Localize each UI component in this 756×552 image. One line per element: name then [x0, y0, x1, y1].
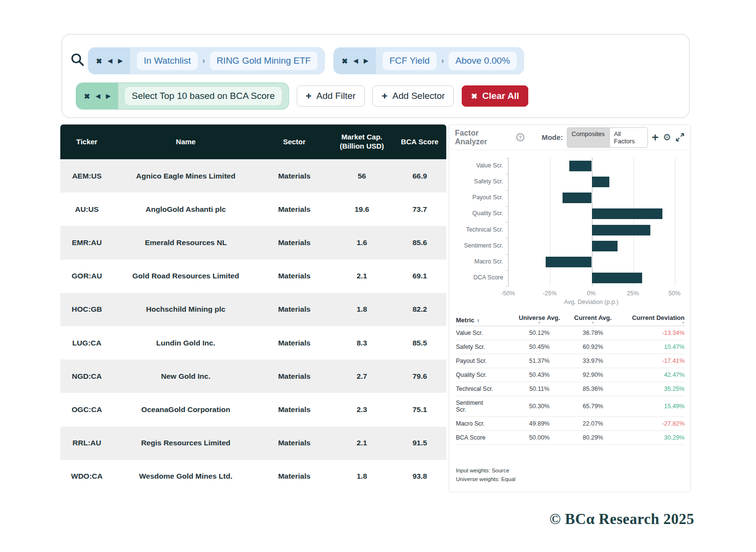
table-row[interactable]: HOC:GBHochschild Mining plcMaterials1.88…	[60, 293, 446, 326]
selector-chip[interactable]: ✖◀▶Select Top 10 based on BCA Score	[76, 83, 289, 110]
universe-avg-column-header[interactable]: Universe Avg. ▼	[513, 314, 566, 324]
table-row[interactable]: AU:USAngloGold Ashanti plcMaterials19.67…	[60, 193, 446, 226]
y-axis-tick	[506, 174, 509, 174]
metric-row[interactable]: Macro Scr.49.89%22.07%-27.82%	[456, 417, 685, 431]
table-row[interactable]: AEM:USAgnico Eagle Mines LimitedMaterial…	[60, 159, 446, 193]
mode-all-factors-button[interactable]: All Factors	[609, 128, 647, 147]
chip-field-label[interactable]: Select Top 10 based on BCA Score	[125, 87, 281, 105]
market-cap-cell: 56	[330, 172, 393, 180]
ticker-cell: GOR:AU	[60, 272, 113, 280]
metric-row[interactable]: Quality Scr.50.43%92.90%42.47%	[456, 368, 685, 382]
selector-chip-slot: ✖◀▶Select Top 10 based on BCA Score	[76, 83, 289, 110]
metric-row[interactable]: Payout Scr.51.37%33.97%-17.41%	[456, 354, 685, 368]
metric-row[interactable]: BCA Score50.00%80.29%30.29%	[456, 431, 685, 445]
copyright: © BCα Research 2025	[550, 511, 694, 528]
move-left-icon[interactable]: ◀	[96, 93, 100, 99]
sector-cell: Materials	[258, 238, 330, 247]
move-right-icon[interactable]: ▶	[106, 93, 110, 99]
universe-avg-value: 50.12%	[513, 330, 566, 336]
y-axis-tick	[506, 190, 509, 191]
chip-value-label[interactable]: RING Gold Mining ETF	[210, 52, 317, 70]
move-left-icon[interactable]: ◀	[354, 58, 358, 64]
metric-name: Value Scr.	[456, 330, 513, 336]
sector-cell: Materials	[258, 372, 330, 381]
metric-row[interactable]: Value Scr.50.12%36.78%-13.34%	[456, 326, 685, 340]
remove-chip-icon[interactable]: ✖	[84, 93, 90, 100]
market-cap-cell: 2.1	[330, 272, 393, 280]
current-deviation-column-header[interactable]: Current Deviation ▼	[620, 314, 685, 324]
table-row[interactable]: EMR:AUEmerald Resources NLMaterials1.685…	[60, 226, 446, 259]
name-cell: Emerald Resources NL	[113, 238, 258, 247]
current-deviation-value: -13.34%	[620, 330, 685, 336]
filter-chip[interactable]: ✖◀▶In Watchlist›RING Gold Mining ETF	[88, 47, 325, 74]
add-icon[interactable]: +	[652, 132, 659, 143]
expand-icon[interactable]	[675, 133, 685, 142]
market-cap-cell: 1.8	[330, 472, 393, 481]
mode-composites-button[interactable]: Composites	[567, 128, 609, 147]
help-icon[interactable]: ?	[516, 133, 524, 141]
gear-icon[interactable]: ⚙	[663, 133, 671, 142]
column-header-sector[interactable]: Sector	[258, 138, 330, 147]
chart-x-axis-title: Avg. Deviation (p.p.)	[508, 299, 674, 305]
metric-column-header[interactable]: Metric ▲▼	[456, 317, 513, 324]
weights-footnotes: Input weights: Source Universe weights: …	[456, 467, 515, 484]
plus-icon: +	[306, 90, 312, 102]
table-row[interactable]: GOR:AUGold Road Resources LimitedMateria…	[60, 260, 446, 293]
y-axis-tick	[506, 254, 509, 255]
add-filter-button[interactable]: + Add Filter	[297, 85, 365, 107]
x-tick-label: -25%	[543, 290, 557, 297]
clear-all-button[interactable]: ✖ Clear All	[462, 85, 528, 107]
sector-cell: Materials	[258, 272, 330, 280]
table-row[interactable]: WDO:CAWesdome Gold Mines Ltd.Materials1.…	[60, 460, 446, 493]
current-deviation-value: -17.41%	[620, 358, 685, 364]
current-deviation-value: 35.25%	[620, 386, 685, 392]
move-left-icon[interactable]: ◀	[108, 58, 112, 64]
bca-score-cell: 93.8	[393, 472, 446, 481]
ticker-cell: WDO:CA	[60, 472, 113, 481]
move-right-icon[interactable]: ▶	[364, 58, 368, 64]
deviation-bar	[592, 177, 609, 187]
y-axis-tick	[506, 286, 509, 287]
chip-body: FCF Yield›Above 0.00%	[376, 48, 523, 74]
plus-icon: +	[382, 90, 387, 102]
input-weights-note: Input weights: Source	[456, 467, 515, 475]
table-row[interactable]: NGD:CANew Gold Inc.Materials2.779.6	[60, 359, 446, 393]
y-axis-tick	[506, 158, 509, 158]
chip-controls: ✖◀▶	[88, 48, 130, 74]
chip-value-label[interactable]: Above 0.00%	[449, 52, 517, 70]
metric-row[interactable]: Technical Scr.50.11%85.36%35.25%	[456, 382, 685, 396]
current-avg-column-header[interactable]: Current Avg. ▼	[566, 314, 620, 324]
bca-score-cell: 79.6	[393, 372, 446, 381]
universe-avg-value: 50.43%	[513, 372, 566, 378]
add-selector-button[interactable]: + Add Selector	[372, 85, 454, 107]
chip-field-label[interactable]: In Watchlist	[137, 52, 198, 70]
metric-row[interactable]: Safety Scr.50.45%60.92%10.47%	[456, 340, 685, 354]
remove-chip-icon[interactable]: ✖	[342, 57, 348, 65]
market-cap-cell: 2.3	[330, 405, 393, 414]
filter-chip[interactable]: ✖◀▶FCF Yield›Above 0.00%	[333, 47, 524, 74]
sort-icon: ▼	[682, 322, 685, 324]
chip-field-label[interactable]: FCF Yield	[383, 52, 436, 70]
filter-chips-row: ✖◀▶In Watchlist›RING Gold Mining ETF✖◀▶F…	[88, 47, 524, 74]
metric-row[interactable]: Sentiment Scr.50.30%65.79%15.49%	[456, 396, 685, 417]
table-row[interactable]: OGC:CAOceanaGold CorporationMaterials2.3…	[60, 393, 446, 426]
gridline	[633, 158, 634, 286]
universe-avg-value: 50.11%	[513, 386, 566, 392]
chevron-right-icon: ›	[441, 56, 444, 65]
move-right-icon[interactable]: ▶	[118, 58, 123, 64]
table-row[interactable]: RRL:AURegis Resources LimitedMaterials2.…	[60, 427, 446, 460]
search-icon[interactable]	[70, 52, 85, 68]
column-header-name[interactable]: Name	[113, 138, 258, 147]
column-header-market-cap[interactable]: Market Cap. (Billion USD)	[330, 133, 393, 151]
y-category-label: Technical Scr.	[450, 226, 503, 233]
table-body: AEM:USAgnico Eagle Mines LimitedMaterial…	[60, 159, 446, 493]
table-row[interactable]: LUG:CALundin Gold Inc.Materials8.385.5	[60, 326, 446, 359]
remove-chip-icon[interactable]: ✖	[96, 57, 102, 65]
column-header-bca-score[interactable]: BCA Score	[393, 138, 446, 147]
current-deviation-value: 10.47%	[620, 344, 685, 350]
y-axis-tick	[506, 222, 509, 222]
universe-avg-value: 50.30%	[513, 403, 566, 410]
metric-table-header: Metric ▲▼ Universe Avg. ▼ Current Avg. ▼…	[456, 314, 685, 326]
column-header-ticker[interactable]: Ticker	[60, 138, 113, 147]
ticker-cell: RRL:AU	[60, 439, 113, 447]
